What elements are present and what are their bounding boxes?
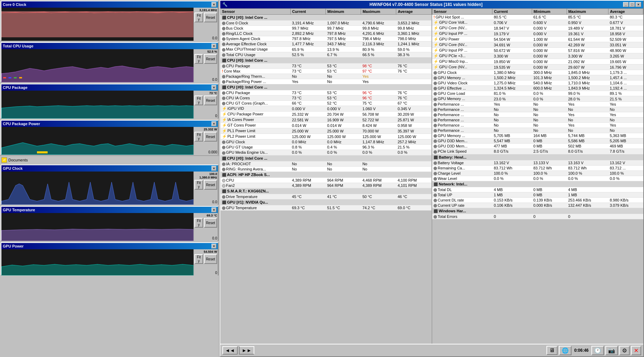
table-row: GPU Memory ... 23.0 % 0.0 % 28.0 % 21.5 … [432,96,643,101]
fit-y-btn-5[interactable]: Fit y [194,180,203,190]
sensor-current: 0.014 W [291,123,326,128]
reset-btn-3[interactable]: Reset [204,96,217,105]
sensor-avg: Yes [608,122,643,128]
graph-close-btn[interactable]: × [212,2,216,7]
sensor-max: 5,586 MB [567,138,608,144]
sensor-max: 98 °C [361,63,396,68]
sensor-min: 164 MB [532,133,567,138]
sensor-current: 100.0 % [492,170,532,176]
graph-gpupower-close[interactable]: × [212,244,216,249]
sensor-max: 66.5 % [361,52,396,57]
sensor-min: 0.000 W [532,64,567,70]
sensor-min: 0.0 % [532,176,567,181]
graph-gputemp-close[interactable]: × [212,207,216,212]
close-icon-btn[interactable]: ✕ [631,346,641,355]
sensor-avg: 80.3 °C [608,15,643,20]
table-row: Total CPU Usage 52.5 % 6.7 % 66.5 % 38.3… [221,52,432,57]
fit-y-btn-2[interactable]: Fit y [194,54,203,64]
sensor-max: 1,500.2 MHz [567,75,608,81]
sensor-name: Total Errors [432,214,492,219]
fit-y-btn-6[interactable]: Fit y [194,218,203,228]
sensor-name: GPU Core Load [432,91,492,96]
sensor-current: 13.162 V [492,160,532,165]
sensor-name: CPU GT Cores (Graph... [221,101,291,106]
col-average: Average [396,9,431,15]
maximize-btn[interactable]: □ [629,2,635,7]
snapshot-icon-btn[interactable]: 📷 [605,346,618,355]
sensor-table-left[interactable]: Sensor Current Minimum Maximum Average ⬛… [220,8,432,344]
sensor-current: 0.8 % [291,145,326,150]
reset-btn-6[interactable]: Reset [204,218,217,228]
sensor-avg: 0.345 V [396,106,431,112]
sensor-current: 25.000 W [291,128,326,134]
table-row: CPU GT Cores (Graph... 66 °C 52 °C 75 °C… [221,101,432,106]
sensor-avg: 76 °C [396,96,431,101]
table-row: Drive Temperature 45 °C 41 °C 50 °C 46 °… [221,194,432,199]
close-btn[interactable]: × [636,2,641,7]
sensor-name: CPU [221,177,291,183]
sensor-name: Package/Ring Power ... [221,79,291,84]
reset-btn-2[interactable]: Reset [204,54,217,64]
sensor-min: 0.0 MHz [326,139,361,145]
clock-icon-btn[interactable]: 🕐 [591,346,604,355]
graph-gpuclock-titlebar: GPU Clock × [1,165,218,172]
sensor-max: 19.361 V [567,31,608,37]
settings-icon-btn[interactable]: ⚙ [619,346,630,355]
nav-prev-btn[interactable]: ◄◄ [222,346,238,355]
graph-cpupackage-close[interactable]: × [212,85,216,90]
sensor-max: 8.0 GT/s [567,149,608,154]
sensor-name: GPU Memory ... [432,75,492,81]
nav-next-btn[interactable]: ◄◄ [239,346,254,355]
sensor-current: 69.3 °C [291,205,326,210]
sensor-table-right[interactable]: Sensor Current Minimum Maximum Average !… [432,8,644,344]
sensor-name: ⚡GT Cores Power [221,123,291,128]
monitor-icon-btn[interactable]: 🖥 [546,346,558,355]
sensor-name: ⚡GPU Input PP ... [432,48,492,53]
sensor-min: No [326,79,361,84]
sensor-current: 34.691 W [492,42,532,48]
reset-btn-5[interactable]: Reset [204,180,217,190]
sensor-current: No [291,161,326,166]
graph-core0clock-title: Core 0 Clock [3,2,26,7]
sensor-current: 19.535 W [492,64,532,70]
fit-y-btn-7[interactable]: Fit y [194,254,203,264]
sensor-avg: 4,101 RPM [396,183,431,188]
sensor-current: 1,324.5 MHz [492,86,532,91]
sensor-max: 5,744 MB [567,133,608,138]
sensor-min: 0.139 KB/s [532,198,567,203]
sensor-name: Total DL [432,187,492,192]
graph-cpupower-title: CPU Package Power [3,122,40,126]
sensor-avg: 76 °C [396,90,431,95]
hwinfo-icon: 🔧 [222,2,228,7]
sensor-current: 0.153 KB/s [492,198,532,203]
fit-y-btn-3[interactable]: Fit y [194,96,203,105]
graph-cpupackage-area [1,91,193,119]
sensor-min: 0 MB [532,144,567,149]
reset-btn[interactable]: Reset [204,13,217,22]
sensor-current: 73 °C [291,96,326,101]
graph-gpuclock-close[interactable]: × [212,166,216,171]
reset-btn-7[interactable]: Reset [204,254,217,264]
graph-totalcpu-close[interactable]: × [212,44,216,48]
fit-y-btn-4[interactable]: Fit y [194,132,203,142]
sensor-name: Remaining Ca... [432,165,492,170]
network-icon-btn[interactable]: 🌐 [559,346,572,355]
sensor-avg: 8.980 KB/s [608,198,643,203]
sensor-current: 125.000 W [291,134,326,139]
section-cpu-temp: ⬛ CPU [#0]: Intel Core ... [221,57,432,63]
reset-btn-4[interactable]: Reset [204,132,217,142]
fit-y-btn[interactable]: Fit y [194,13,203,22]
sensor-current: 477 MB [492,144,532,149]
sensor-avg: 18.958 V [608,31,643,37]
table-row: !Core Max 73 °C 53 °C 97 °C 76 °C [221,68,432,74]
sensor-current: 1,275.0 MHz [492,81,532,86]
col-current: Current [291,9,326,15]
graph-cpupower-close[interactable]: × [212,121,216,126]
sensor-avg: No [608,128,643,133]
graph-cpupower: CPU Package Power × 25.332 W Fit y Reset… [1,120,219,155]
sensor-max: Yes [567,122,608,128]
minimize-btn[interactable]: _ [623,2,629,7]
sensor-max: 0.0 % [361,150,396,155]
sensor-min: 540.0 MHz [532,81,567,86]
sensor-max: 99.8 MHz [361,26,396,31]
